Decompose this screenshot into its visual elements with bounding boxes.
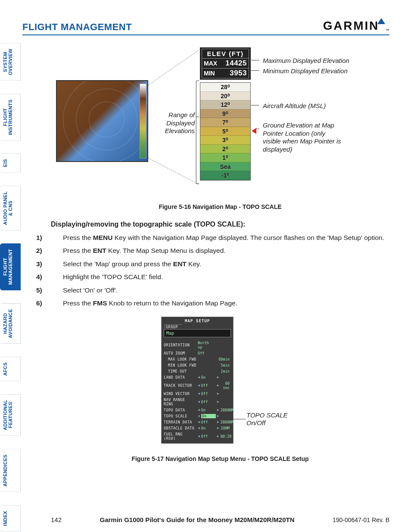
setup-row: MAX LOOK FWD60min: [162, 356, 233, 362]
section-tabs: SYSTEM OVERVIEWFLIGHT INSTRUMENTSEISAUDI…: [0, 43, 21, 532]
setup-row: ORIENTATIONNorth up: [162, 340, 233, 350]
section-title: FLIGHT MANAGEMENT: [22, 22, 132, 33]
elev-band: 12⁰: [200, 100, 250, 109]
procedure-step: 2)Press the ENT Key. The Map Setup Menu …: [65, 246, 389, 255]
setup-row: OBSTACLE DATA◀On▶20NM: [162, 425, 233, 431]
procedure-step: 3)Select the 'Map' group and press the E…: [65, 260, 389, 268]
procedure-step: 4)Highlight the 'TOPO SCALE' field.: [65, 273, 389, 281]
ground-elev-pointer-icon: [252, 128, 256, 134]
setup-row: TIME OUT2min: [162, 368, 233, 374]
elev-min-row: MIN 3953: [202, 68, 249, 78]
doc-revision: 190-00647-01 Rev. B: [333, 516, 389, 523]
tab-appendices[interactable]: APPENDICES: [0, 449, 21, 492]
figure-5-16: Range of Displayed Elevations ELEV (FT) …: [51, 47, 389, 198]
setup-row: TOPO SCALE◀On▶: [162, 413, 233, 419]
elev-band: 2⁰: [200, 145, 250, 154]
guide-title: Garmin G1000 Pilot's Guide for the Moone…: [100, 516, 294, 523]
tab-flight-management[interactable]: FLIGHT MANAGEMENT: [0, 243, 21, 290]
setup-row: FUEL RNG (RSV)◀Off▶00:20: [162, 431, 233, 442]
figure-5-16-caption: Figure 5-16 Navigation Map - TOPO SCALE: [51, 203, 389, 210]
tab-additional-features[interactable]: ADDITIONAL FEATURES: [0, 394, 21, 436]
annot-min: Minimum Displayed Elevation: [263, 67, 348, 75]
setup-row: WIND VECTOR◀Off▶: [162, 391, 233, 397]
elevation-gradient: 28⁰20⁰12⁰9⁰7⁰5⁰3⁰2⁰1⁰Sea-1⁰: [200, 82, 251, 180]
nav-map-thumbnail: [56, 80, 148, 162]
elev-max-row: MAX 14425: [202, 59, 249, 68]
tab-system-overview[interactable]: SYSTEM OVERVIEW: [0, 43, 21, 81]
setup-row: LAND DATA◀On▶: [162, 374, 233, 380]
elev-header: ELEV (FT) MAX 14425 MIN 3953: [200, 47, 251, 80]
setup-row: AUTO ZOOMOff: [162, 350, 233, 356]
annot-range: Range of Displayed Elevations: [151, 111, 195, 135]
elev-band: 5⁰: [200, 127, 250, 136]
garmin-logo: GARMIN ™: [323, 18, 389, 33]
annot-ground-elev: Ground Elevation at Map Pointer Location…: [263, 121, 358, 153]
garmin-triangle-icon: [377, 18, 385, 24]
procedure-steps: 1)Press the MENU Key with the Navigation…: [51, 233, 389, 308]
elev-band: 9⁰: [200, 109, 250, 118]
svg-line-1: [148, 158, 199, 185]
elev-band: 28⁰: [200, 83, 250, 92]
setup-row: TRACK VECTOR◀Off▶60 sec: [162, 380, 233, 391]
elev-band: 1⁰: [200, 153, 250, 162]
tab-index[interactable]: INDEX: [0, 505, 21, 532]
tab-hazard-avoidance[interactable]: HAZARD AVOIDANCE: [0, 303, 21, 344]
setup-row: NAV RANGE RING◀Off▶: [162, 397, 233, 407]
procedure-title: Displaying/removing the topographic scal…: [51, 221, 389, 228]
elev-band: 7⁰: [200, 118, 250, 127]
setup-row: TERRAIN DATA◀Off▶2000NM: [162, 419, 233, 425]
svg-line-0: [148, 50, 199, 85]
tab-audio-panel-cns[interactable]: AUDIO PANEL & CNS: [0, 186, 21, 230]
nav-map-scale-strip: [140, 84, 146, 159]
tab-flight-instruments[interactable]: FLIGHT INSTRUMENTS: [0, 94, 21, 141]
tab-afcs[interactable]: AFCS: [0, 357, 21, 381]
annot-max: Maximum Displayed Elevation: [263, 57, 349, 65]
setup-row: MIN LOOK FWD5min: [162, 362, 233, 368]
group-value: Map: [164, 329, 231, 337]
elev-band: Sea: [200, 162, 250, 171]
procedure-step: 1)Press the MENU Key with the Navigation…: [65, 233, 389, 242]
setup-row: TOPO DATA◀On▶2000NM: [162, 407, 233, 413]
annot-topo-scale-callout: TOPO SCALE On/Off: [246, 411, 288, 427]
tab-eis[interactable]: EIS: [0, 153, 21, 173]
page-number: 142: [51, 516, 62, 523]
elev-band: 20⁰: [200, 92, 250, 101]
procedure-step: 5)Select 'On' or 'Off'.: [65, 286, 389, 295]
annot-aircraft-alt: Aircraft Altitude (MSL): [263, 102, 326, 110]
map-setup-panel: MAP SETUP GROUP Map ORIENTATIONNorth upA…: [161, 317, 234, 444]
figure-5-17: MAP SETUP GROUP Map ORIENTATIONNorth upA…: [51, 317, 389, 454]
callout-leader: [234, 415, 246, 423]
procedure-step: 6)Press the FMS Knob to return to the Na…: [65, 299, 389, 308]
figure-5-17-caption: Figure 5-17 Navigation Map Setup Menu - …: [51, 455, 389, 462]
elev-band: 3⁰: [200, 136, 250, 145]
elev-band: -1⁰: [200, 171, 250, 180]
